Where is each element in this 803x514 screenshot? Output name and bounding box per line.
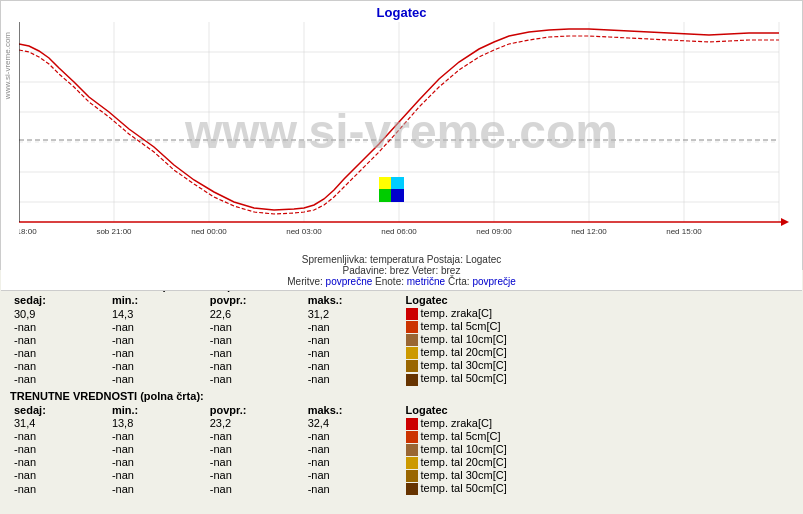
table-row: -nan -nan -nan -nan temp. tal 10cm[C] bbox=[10, 333, 793, 346]
table-row: -nan -nan -nan -nan temp. tal 30cm[C] bbox=[10, 469, 793, 482]
cur-r6-sedaj: -nan bbox=[10, 482, 108, 495]
cur-r1-label: temp. zraka[C] bbox=[402, 417, 794, 430]
cur-col-maks: maks.: bbox=[304, 404, 402, 417]
hist-r3-sedaj: -nan bbox=[10, 333, 108, 346]
meta-line1: Spremenljivka: temperatura Postaja: Loga… bbox=[1, 254, 802, 265]
svg-text:ned 00:00: ned 00:00 bbox=[191, 227, 227, 236]
hist-r1-sedaj: 30,9 bbox=[10, 307, 108, 320]
color-swatch bbox=[406, 308, 418, 320]
cur-r4-maks: -nan bbox=[304, 456, 402, 469]
color-swatch bbox=[406, 347, 418, 359]
cur-r4-min: -nan bbox=[108, 456, 206, 469]
current-header: TRENUTNE VREDNOSTI (polna črta): bbox=[10, 390, 793, 402]
table-row: -nan -nan -nan -nan temp. tal 20cm[C] bbox=[10, 346, 793, 359]
color-swatch bbox=[406, 444, 418, 456]
table-row: -nan -nan -nan -nan temp. tal 5cm[C] bbox=[10, 320, 793, 333]
cur-r3-min: -nan bbox=[108, 443, 206, 456]
hist-r5-label: temp. tal 30cm[C] bbox=[402, 359, 794, 372]
meta-line2: Padavine: brez Veter: brez bbox=[1, 265, 802, 276]
cur-r5-label: temp. tal 30cm[C] bbox=[402, 469, 794, 482]
hist-r6-maks: -nan bbox=[304, 372, 402, 385]
hist-r2-sedaj: -nan bbox=[10, 320, 108, 333]
table-row: -nan -nan -nan -nan temp. tal 50cm[C] bbox=[10, 482, 793, 495]
hist-r5-maks: -nan bbox=[304, 359, 402, 372]
hist-r4-sedaj: -nan bbox=[10, 346, 108, 359]
chart-svg-element: 31 30 20 sob 18:00 sob 21:00 ned 00:0 bbox=[19, 22, 799, 237]
hist-r5-povpr: -nan bbox=[206, 359, 304, 372]
svg-text:sob 21:00: sob 21:00 bbox=[96, 227, 132, 236]
color-swatch bbox=[406, 483, 418, 495]
historical-col-headers: sedaj: min.: povpr.: maks.: Logatec bbox=[10, 294, 793, 307]
cur-r6-povpr: -nan bbox=[206, 482, 304, 495]
table-row: -nan -nan -nan -nan temp. tal 10cm[C] bbox=[10, 443, 793, 456]
hist-r6-povpr: -nan bbox=[206, 372, 304, 385]
chart-title: Logatec bbox=[1, 1, 802, 22]
svg-text:ned 15:00: ned 15:00 bbox=[666, 227, 702, 236]
hist-r3-maks: -nan bbox=[304, 333, 402, 346]
hist-col-min: min.: bbox=[108, 294, 206, 307]
cur-col-min: min.: bbox=[108, 404, 206, 417]
color-swatch bbox=[406, 470, 418, 482]
cur-r2-min: -nan bbox=[108, 430, 206, 443]
hist-r3-povpr: -nan bbox=[206, 333, 304, 346]
hist-r2-maks: -nan bbox=[304, 320, 402, 333]
hist-col-maks: maks.: bbox=[304, 294, 402, 307]
cur-r2-povpr: -nan bbox=[206, 430, 304, 443]
cur-r6-maks: -nan bbox=[304, 482, 402, 495]
cur-col-sedaj: sedaj: bbox=[10, 404, 108, 417]
table-row: -nan -nan -nan -nan temp. tal 20cm[C] bbox=[10, 456, 793, 469]
hist-r1-label: temp. zraka[C] bbox=[402, 307, 794, 320]
hist-col-sedaj: sedaj: bbox=[10, 294, 108, 307]
hist-r4-povpr: -nan bbox=[206, 346, 304, 359]
svg-text:ned 06:00: ned 06:00 bbox=[381, 227, 417, 236]
color-swatch bbox=[406, 321, 418, 333]
color-swatch bbox=[406, 334, 418, 346]
hist-r4-min: -nan bbox=[108, 346, 206, 359]
cur-r1-min: 13,8 bbox=[108, 417, 206, 430]
color-swatch bbox=[406, 418, 418, 430]
svg-rect-33 bbox=[379, 189, 391, 202]
table-row: 31,4 13,8 23,2 32,4 temp. zraka[C] bbox=[10, 417, 793, 430]
color-swatch bbox=[406, 431, 418, 443]
current-table: sedaj: min.: povpr.: maks.: Logatec 31,4… bbox=[10, 404, 793, 496]
cur-r5-maks: -nan bbox=[304, 469, 402, 482]
hist-r3-label: temp. tal 10cm[C] bbox=[402, 333, 794, 346]
svg-text:ned 09:00: ned 09:00 bbox=[476, 227, 512, 236]
hist-r6-min: -nan bbox=[108, 372, 206, 385]
cur-r4-povpr: -nan bbox=[206, 456, 304, 469]
cur-col-povpr: povpr.: bbox=[206, 404, 304, 417]
cur-r1-sedaj: 31,4 bbox=[10, 417, 108, 430]
hist-r1-min: 14,3 bbox=[108, 307, 206, 320]
svg-text:sob 18:00: sob 18:00 bbox=[19, 227, 37, 236]
table-row: -nan -nan -nan -nan temp. tal 5cm[C] bbox=[10, 430, 793, 443]
table-row: 30,9 14,3 22,6 31,2 temp. zraka[C] bbox=[10, 307, 793, 320]
hist-r2-label: temp. tal 5cm[C] bbox=[402, 320, 794, 333]
cur-r4-label: temp. tal 20cm[C] bbox=[402, 456, 794, 469]
table-row: -nan -nan -nan -nan temp. tal 50cm[C] bbox=[10, 372, 793, 385]
color-swatch bbox=[406, 374, 418, 386]
hist-r4-maks: -nan bbox=[304, 346, 402, 359]
cur-r3-label: temp. tal 10cm[C] bbox=[402, 443, 794, 456]
hist-r3-min: -nan bbox=[108, 333, 206, 346]
hist-r1-maks: 31,2 bbox=[304, 307, 402, 320]
svg-text:ned 03:00: ned 03:00 bbox=[286, 227, 322, 236]
cur-r1-maks: 32,4 bbox=[304, 417, 402, 430]
cur-r6-label: temp. tal 50cm[C] bbox=[402, 482, 794, 495]
cur-r6-min: -nan bbox=[108, 482, 206, 495]
hist-r5-sedaj: -nan bbox=[10, 359, 108, 372]
color-swatch bbox=[406, 457, 418, 469]
svg-text:ned 12:00: ned 12:00 bbox=[571, 227, 607, 236]
hist-r5-min: -nan bbox=[108, 359, 206, 372]
cur-r1-povpr: 23,2 bbox=[206, 417, 304, 430]
cur-r2-maks: -nan bbox=[304, 430, 402, 443]
hist-col-povpr: povpr.: bbox=[206, 294, 304, 307]
chart-meta: Spremenljivka: temperatura Postaja: Loga… bbox=[1, 252, 802, 291]
hist-r2-povpr: -nan bbox=[206, 320, 304, 333]
chart-area: Logatec www.si-vreme.com bbox=[0, 0, 803, 270]
data-section: ZGODOVINSKE VREDNOSTI (črtkana črta): se… bbox=[0, 270, 803, 495]
hist-r4-label: temp. tal 20cm[C] bbox=[402, 346, 794, 359]
hist-r6-label: temp. tal 50cm[C] bbox=[402, 372, 794, 385]
svg-rect-32 bbox=[391, 177, 404, 190]
cur-r4-sedaj: -nan bbox=[10, 456, 108, 469]
cur-r3-povpr: -nan bbox=[206, 443, 304, 456]
